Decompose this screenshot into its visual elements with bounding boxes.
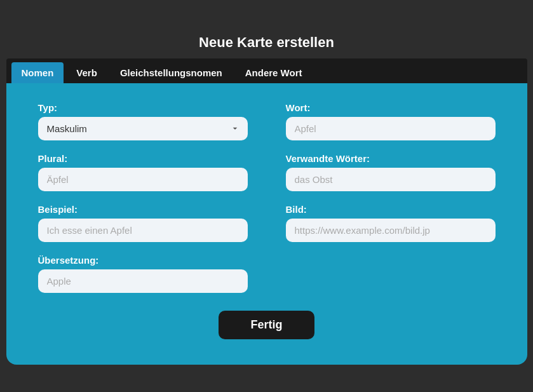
typ-label: Typ:	[38, 102, 248, 113]
tab-verb[interactable]: Verb	[66, 62, 107, 83]
tab-gleichstellungsnomen[interactable]: Gleichstellungsnomen	[110, 62, 233, 83]
verwandte-label: Verwandte Wörter:	[286, 153, 496, 164]
form-group-verwandte: Verwandte Wörter:	[286, 153, 496, 191]
submit-button[interactable]: Fertig	[219, 311, 314, 339]
spacer	[286, 255, 496, 293]
form-group-wort: Wort:	[286, 102, 496, 140]
beispiel-label: Beispiel:	[38, 204, 248, 215]
wort-input[interactable]	[286, 117, 496, 140]
card-form: Typ: Maskulim Feminim Neutrum Wort: Plur…	[6, 83, 527, 365]
plural-label: Plural:	[38, 153, 248, 164]
plural-input[interactable]	[38, 168, 248, 191]
form-grid: Typ: Maskulim Feminim Neutrum Wort: Plur…	[38, 102, 496, 293]
uebersetzung-input[interactable]	[38, 269, 248, 293]
form-group-uebersetzung: Übersetzung:	[38, 255, 248, 293]
modal-title: Neue Karte erstellen	[6, 28, 527, 51]
form-group-beispiel: Beispiel:	[38, 204, 248, 242]
bild-input[interactable]	[286, 219, 496, 242]
tabs-bar: Nomen Verb Gleichstellungsnomen Andere W…	[6, 58, 527, 83]
tab-nomen[interactable]: Nomen	[11, 62, 64, 83]
verwandte-input[interactable]	[286, 168, 496, 191]
uebersetzung-label: Übersetzung:	[38, 255, 248, 266]
form-group-bild: Bild:	[286, 204, 496, 242]
tab-andere-wort[interactable]: Andere Wort	[235, 62, 313, 83]
wort-label: Wort:	[286, 102, 496, 113]
form-group-typ: Typ: Maskulim Feminim Neutrum	[38, 102, 248, 140]
typ-select[interactable]: Maskulim Feminim Neutrum	[38, 117, 248, 140]
submit-row: Fertig	[38, 311, 496, 339]
beispiel-input[interactable]	[38, 219, 248, 242]
bild-label: Bild:	[286, 204, 496, 215]
typ-select-wrapper: Maskulim Feminim Neutrum	[38, 117, 248, 140]
form-group-plural: Plural:	[38, 153, 248, 191]
modal-container: Neue Karte erstellen Nomen Verb Gleichst…	[6, 28, 527, 365]
